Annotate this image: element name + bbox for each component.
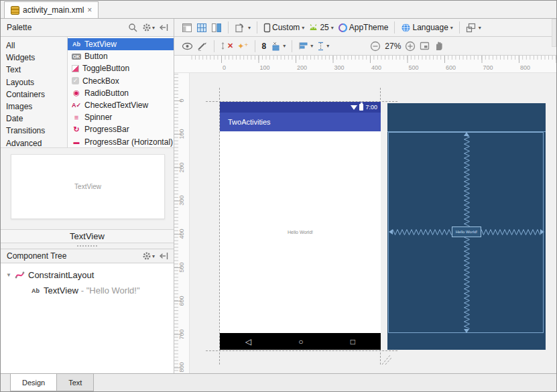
device-resize-handle[interactable]: [381, 354, 393, 366]
mode-tab[interactable]: Text: [57, 373, 94, 391]
divider: [255, 40, 255, 52]
tree-item-detail: - "Hello World!": [81, 285, 140, 296]
blueprint-mode-button[interactable]: [194, 21, 209, 34]
panel-splitter[interactable]: [1, 243, 174, 249]
device-screen-blueprint[interactable]: Hello World!: [387, 103, 546, 350]
layout-variants-button[interactable]: ▾: [464, 21, 483, 34]
phone-icon: [263, 23, 271, 33]
ruler-label: 300: [334, 64, 345, 71]
widget-icon: A✓: [72, 102, 81, 109]
tree-item-constraintlayout[interactable]: ▼ ConstraintLayout: [1, 267, 174, 283]
palette-widget-item[interactable]: ✓ CheckBox: [68, 75, 174, 87]
widget-icon: OK: [72, 54, 81, 60]
back-icon: ◁: [245, 337, 251, 346]
pack-button[interactable]: ▾: [269, 40, 288, 52]
layout-content[interactable]: Hello World!: [220, 131, 381, 333]
divider: [214, 40, 214, 52]
palette-category[interactable]: Containers: [1, 88, 67, 101]
widget-label: ProgressBar: [84, 125, 129, 134]
palette-collapse-icon[interactable]: [160, 23, 169, 31]
constraint-arrow-right: [540, 229, 544, 235]
align-button[interactable]: ▾: [296, 40, 315, 52]
language-selector[interactable]: Language ▾: [399, 21, 454, 34]
constraint-spring-top: [464, 135, 470, 226]
design-surface[interactable]: 0100200300400500600700800900 01002003004…: [174, 56, 556, 373]
both-modes-button[interactable]: [209, 21, 224, 34]
palette-widget-item[interactable]: A✓ CheckedTextView: [68, 99, 174, 111]
widget-label: ToggleButton: [82, 64, 129, 73]
palette-category[interactable]: Widgets: [1, 52, 67, 64]
palette-category[interactable]: All: [1, 40, 67, 52]
tree-item-textview[interactable]: Ab TextView - "Hello World!": [1, 283, 174, 298]
device-selector[interactable]: Custom ▾: [261, 21, 306, 34]
wifi-icon: [351, 105, 357, 110]
editor-tab-activity-main[interactable]: activity_main.xml ×: [4, 1, 99, 18]
ruler-label: 700: [483, 64, 493, 71]
palette-widget-item[interactable]: ToggleButton: [68, 62, 174, 74]
palette-category[interactable]: Date: [1, 113, 67, 125]
default-margin-value[interactable]: 8: [259, 42, 269, 51]
ruler-label: 500: [409, 64, 419, 71]
zoom-out-button[interactable]: [370, 41, 381, 52]
ruler-label: 800: [520, 64, 530, 71]
palette-widget-item[interactable]: ≡ Spinner: [68, 111, 174, 123]
expand-icon[interactable]: ▼: [6, 272, 14, 278]
ruler-label: 600: [178, 291, 186, 311]
close-tab-icon[interactable]: ×: [87, 6, 92, 14]
infer-constraints-button[interactable]: ✦⁺: [235, 40, 250, 52]
constraint-spring-bottom: [464, 237, 470, 329]
palette-category[interactable]: Images: [1, 101, 67, 113]
component-tree-gear-icon[interactable]: ▾: [142, 251, 155, 261]
orientation-button[interactable]: ▾: [233, 21, 253, 34]
ruler-label: 500: [178, 257, 186, 277]
api-version-selector[interactable]: 25 ▾: [306, 21, 335, 34]
status-bar: 7:00: [220, 102, 381, 113]
design-mode-button[interactable]: [180, 21, 194, 34]
widget-label: TextView: [84, 40, 117, 49]
palette-widget-item[interactable]: ↻ ProgressBar: [68, 123, 174, 135]
design-surface-icon: [182, 23, 192, 33]
widget-preview-text: TextView: [74, 183, 101, 190]
layout-toolbar: ▾ Custom ▾ 25 ▾ AppTheme: [174, 19, 556, 37]
show-constraints-button[interactable]: [180, 41, 195, 52]
widget-list-scrollbar[interactable]: [552, 19, 556, 47]
palette-category[interactable]: Text: [1, 64, 67, 76]
zoom-in-button[interactable]: [405, 41, 416, 52]
palette-category[interactable]: Transitions: [1, 125, 67, 137]
zoom-to-fit-button[interactable]: [420, 42, 430, 50]
mode-tab[interactable]: Design: [10, 373, 57, 391]
status-time: 7:00: [365, 104, 377, 111]
ruler-label: 0: [223, 64, 226, 71]
widget-icon: ≡: [72, 113, 81, 121]
constraint-spring-right: [481, 229, 540, 235]
guidelines-button[interactable]: ▾: [315, 40, 331, 52]
eye-icon: [182, 42, 193, 50]
palette-category[interactable]: Layouts: [1, 76, 67, 88]
ruler-label: 700: [178, 324, 186, 344]
vertical-ruler: 0100200300400500600700800: [174, 73, 190, 373]
left-panel: Palette ▾ All Widgets: [1, 19, 174, 373]
palette-widget-item[interactable]: OK Button: [68, 50, 174, 62]
palette-widget-item[interactable]: Ab TextView: [68, 38, 174, 50]
divider: [394, 21, 395, 34]
editor-mode-tabs: Design Text: [1, 373, 556, 391]
palette-gear-icon[interactable]: ▾: [142, 23, 155, 32]
clear-constraints-button[interactable]: ✕: [219, 40, 235, 52]
palette-widget-item[interactable]: ▬ ProgressBar (Horizontal): [68, 136, 174, 148]
widget-label: CheckBox: [82, 76, 119, 86]
editor-tab-bar: activity_main.xml ×: [1, 1, 556, 19]
battery-icon: [359, 104, 363, 111]
widget-icon: ✓: [72, 77, 79, 84]
device-screen-design[interactable]: 7:00 TwoActivities Hello World! ◁ ○ □: [220, 102, 381, 350]
theme-selector[interactable]: AppTheme: [336, 21, 391, 34]
blueprint-textview[interactable]: Hello World!: [452, 226, 481, 237]
pan-button[interactable]: [434, 41, 444, 51]
ruler-label: 400: [178, 224, 186, 244]
palette-widget-item[interactable]: ◉ RadioButton: [68, 87, 174, 99]
textview-hello-world[interactable]: Hello World!: [288, 230, 313, 235]
palette-search-icon[interactable]: [128, 23, 137, 32]
autoconnect-button[interactable]: [195, 40, 210, 52]
xml-file-icon: [11, 6, 19, 15]
divider: [257, 21, 257, 34]
component-tree-collapse-icon[interactable]: [160, 252, 169, 260]
